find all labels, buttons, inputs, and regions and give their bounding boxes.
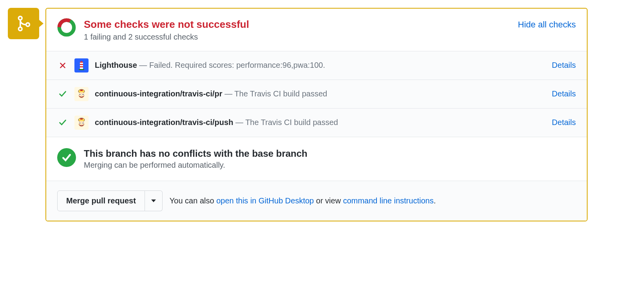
merge-pull-request-button[interactable]: Merge pull request	[57, 190, 145, 211]
checks-panel: Some checks were not successful 1 failin…	[45, 8, 588, 221]
merge-hint-text: You can also open this in GitHub Desktop…	[170, 196, 436, 205]
checks-header: Some checks were not successful 1 failin…	[46, 9, 587, 51]
status-success-icon	[57, 119, 68, 127]
status-donut-icon	[57, 18, 76, 37]
checks-title: Some checks were not successful	[84, 18, 510, 31]
svg-rect-6	[80, 63, 83, 69]
caret-down-icon	[151, 199, 156, 202]
check-separator: —	[223, 89, 235, 98]
conflict-title: This branch has no conflicts with the ba…	[84, 148, 308, 159]
git-merge-icon	[15, 15, 32, 32]
travis-app-icon	[74, 116, 89, 130]
check-row: continuous-integration/travis-ci/push — …	[46, 108, 587, 137]
svg-rect-7	[80, 64, 83, 65]
check-details-link[interactable]: Details	[552, 118, 576, 127]
merge-options-dropdown[interactable]	[145, 190, 163, 211]
check-row: continuous-integration/travis-ci/pr — Th…	[46, 80, 587, 108]
check-details-link[interactable]: Details	[552, 61, 576, 70]
command-line-instructions-link[interactable]: command line instructions	[343, 196, 434, 205]
checks-subtitle: 1 failing and 2 successful checks	[84, 33, 510, 42]
svg-point-23	[83, 122, 83, 123]
svg-rect-8	[80, 66, 83, 67]
lighthouse-app-icon	[74, 58, 89, 72]
check-row: Lighthouse — Failed. Required scores: pe…	[46, 51, 587, 80]
svg-rect-9	[79, 69, 84, 70]
conflict-subtitle: Merging can be performed automatically.	[84, 161, 308, 170]
svg-point-2	[26, 23, 30, 26]
svg-point-14	[80, 94, 80, 94]
check-name: Lighthouse	[95, 61, 137, 69]
status-success-icon	[57, 90, 68, 98]
check-name: continuous-integration/travis-ci/push	[95, 118, 233, 127]
conflict-section: This branch has no conflicts with the ba…	[46, 137, 587, 181]
svg-point-16	[83, 94, 83, 94]
check-separator: —	[137, 61, 149, 69]
check-details-link[interactable]: Details	[552, 89, 576, 98]
success-check-icon	[57, 148, 76, 167]
open-github-desktop-link[interactable]: open this in GitHub Desktop	[216, 196, 314, 205]
check-name: continuous-integration/travis-ci/pr	[95, 89, 223, 98]
svg-rect-11	[80, 90, 83, 91]
check-description: The Travis CI build passed	[245, 118, 338, 127]
svg-point-21	[80, 122, 80, 123]
svg-point-0	[18, 16, 22, 20]
svg-rect-18	[80, 118, 83, 120]
hide-all-checks-link[interactable]: Hide all checks	[518, 20, 576, 30]
merge-footer: Merge pull request You can also open thi…	[46, 181, 587, 221]
svg-marker-5	[80, 61, 83, 63]
check-description: Failed. Required scores: performance:96,…	[149, 61, 325, 69]
merge-status-badge	[8, 8, 39, 39]
check-separator: —	[233, 118, 245, 127]
travis-app-icon	[74, 87, 89, 101]
svg-point-1	[18, 27, 22, 31]
status-fail-icon	[57, 62, 68, 69]
check-description: The Travis CI build passed	[234, 89, 327, 98]
